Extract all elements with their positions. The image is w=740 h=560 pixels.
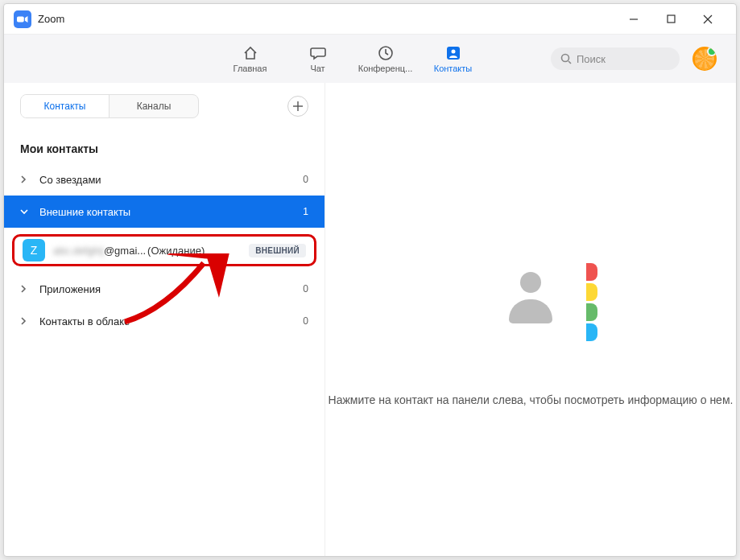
contact-email: abc.defghij@gmai... — [53, 245, 146, 257]
group-count: 0 — [303, 315, 308, 327]
contact-row[interactable]: Z abc.defghij@gmai... (Ожидание) ВНЕШНИЙ — [12, 234, 316, 266]
chevron-right-icon — [20, 317, 31, 325]
nav-label: Главная — [234, 64, 267, 73]
nav-label: Конференц... — [358, 64, 413, 73]
home-icon — [242, 44, 259, 62]
body: Контакты Каналы Мои контакты Со звездами… — [4, 83, 736, 556]
clock-icon — [377, 44, 395, 62]
group-label: Со звездами — [39, 174, 101, 186]
chat-icon — [309, 44, 327, 62]
group-cloud[interactable]: Контакты в облаке 0 — [4, 305, 325, 337]
zoom-app-icon — [14, 10, 31, 28]
group-count: 1 — [303, 206, 308, 217]
chevron-right-icon — [20, 285, 31, 293]
nav-contacts[interactable]: Контакты — [424, 44, 482, 73]
sidebar-tabs: Контакты Каналы — [4, 83, 325, 130]
tab-pill: Контакты Каналы — [20, 94, 199, 118]
group-count: 0 — [303, 174, 308, 185]
contact-status: (Ожидание) — [147, 245, 205, 257]
contact-placeholder-graphic — [462, 233, 599, 369]
close-button[interactable] — [689, 8, 726, 31]
group-starred[interactable]: Со звездами 0 — [4, 163, 325, 196]
user-avatar[interactable] — [692, 47, 717, 71]
nav-chat[interactable]: Чат — [289, 44, 347, 73]
nav-label: Чат — [310, 64, 325, 73]
colored-tabs-icon — [586, 263, 597, 341]
window-controls — [615, 8, 726, 31]
main-nav: Главная Чат Конференц... Контакты — [221, 44, 482, 73]
svg-point-7 — [451, 50, 455, 54]
search-input[interactable]: Поиск — [551, 47, 680, 70]
chevron-right-icon — [20, 175, 31, 183]
tab-contacts[interactable]: Контакты — [21, 95, 110, 117]
tab-channels[interactable]: Каналы — [110, 95, 198, 117]
add-contact-button[interactable] — [287, 96, 308, 117]
placeholder-hint: Нажмите на контакт на панели слева, чтоб… — [329, 393, 734, 406]
svg-point-8 — [562, 55, 569, 62]
group-label: Внешние контакты — [39, 206, 130, 218]
minimize-button[interactable] — [615, 8, 652, 31]
nav-label: Контакты — [434, 64, 473, 73]
window-title: Zoom — [38, 13, 64, 25]
group-label: Приложения — [39, 283, 101, 295]
maximize-button[interactable] — [652, 8, 689, 31]
person-icon — [502, 269, 559, 333]
search-icon — [560, 53, 572, 64]
contacts-icon — [444, 44, 462, 62]
chevron-down-icon — [20, 208, 31, 215]
group-count: 0 — [303, 283, 308, 294]
contact-avatar: Z — [23, 239, 45, 261]
app-window: Zoom Главная Чат Конференц... Конта — [3, 3, 737, 557]
search-placeholder: Поиск — [577, 53, 606, 65]
svg-rect-0 — [17, 16, 24, 22]
titlebar: Zoom — [4, 4, 736, 35]
group-label: Контакты в облаке — [39, 315, 130, 327]
svg-rect-2 — [668, 15, 675, 23]
group-external[interactable]: Внешние контакты 1 — [4, 196, 325, 228]
group-apps[interactable]: Приложения 0 — [4, 273, 325, 305]
external-badge: ВНЕШНИЙ — [249, 244, 306, 257]
section-my-contacts: Мои контакты — [4, 130, 325, 163]
contact-highlight: Z abc.defghij@gmai... (Ожидание) ВНЕШНИЙ — [4, 228, 325, 273]
topbar: Главная Чат Конференц... Контакты Поиск — [4, 35, 736, 83]
nav-home[interactable]: Главная — [221, 44, 279, 73]
content-area: Нажмите на контакт на панели слева, чтоб… — [325, 83, 736, 556]
svg-line-9 — [568, 61, 571, 64]
sidebar: Контакты Каналы Мои контакты Со звездами… — [4, 83, 325, 556]
nav-meetings[interactable]: Конференц... — [357, 44, 415, 73]
